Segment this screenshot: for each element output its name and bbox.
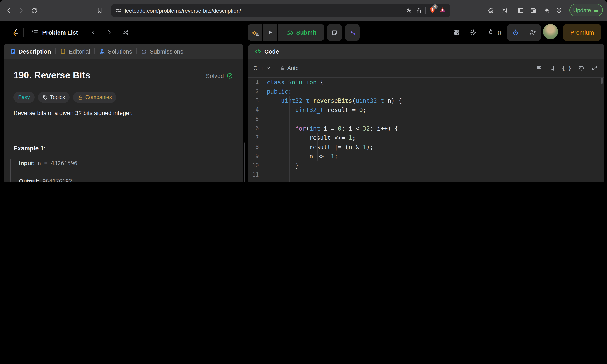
bookmark-code-icon[interactable] bbox=[549, 65, 555, 71]
difficulty-badge[interactable]: Easy bbox=[13, 92, 35, 103]
run-button[interactable] bbox=[263, 24, 277, 41]
submit-label: Submit bbox=[296, 29, 316, 36]
example1-heading: Example 1: bbox=[13, 145, 46, 152]
leetcode-nav: Problem List Submit bbox=[0, 21, 607, 44]
tab-editorial[interactable]: Editorial bbox=[60, 48, 90, 55]
wallet-icon[interactable] bbox=[530, 7, 537, 14]
layout-icon[interactable] bbox=[453, 29, 460, 36]
extensions-icon[interactable] bbox=[488, 7, 494, 14]
brave-shield-icon[interactable]: 4 bbox=[429, 6, 436, 15]
tab-solutions[interactable]: Solutions bbox=[99, 48, 132, 55]
code-line[interactable]: 7 result <<= 1; bbox=[248, 133, 605, 143]
update-label: Update bbox=[573, 7, 591, 13]
tab-description[interactable]: Description bbox=[10, 48, 51, 55]
auto-format-toggle[interactable]: Auto bbox=[280, 65, 299, 71]
code-line[interactable]: 3 uint32_t reverseBits(uint32_t n) { bbox=[248, 96, 605, 105]
code-panel-header: Code bbox=[248, 44, 605, 59]
url-bar[interactable]: leetcode.com/problems/reverse-bits/descr… bbox=[111, 4, 450, 17]
language-select[interactable]: C++ bbox=[253, 65, 270, 71]
cloud-upload-icon bbox=[286, 29, 293, 36]
divider bbox=[55, 49, 56, 54]
sidebar-toggle-icon[interactable] bbox=[517, 7, 524, 14]
fullscreen-icon[interactable] bbox=[591, 65, 598, 71]
lock-icon bbox=[78, 95, 83, 100]
settings-gear-icon[interactable] bbox=[470, 29, 477, 36]
indent-guide bbox=[289, 96, 290, 182]
vpn-shield-icon[interactable] bbox=[555, 7, 562, 14]
solved-check-icon bbox=[226, 72, 233, 79]
code-icon bbox=[255, 48, 261, 54]
person-add-icon bbox=[529, 29, 536, 36]
topics-tag[interactable]: Topics bbox=[38, 92, 70, 103]
reload-icon[interactable] bbox=[31, 7, 38, 14]
url-text[interactable]: leetcode.com/problems/reverse-bits/descr… bbox=[125, 7, 241, 14]
search-tabs-icon[interactable] bbox=[501, 7, 508, 14]
indent-guide bbox=[304, 105, 304, 182]
solved-status: Solved bbox=[206, 72, 233, 79]
collaborate-button[interactable] bbox=[524, 24, 541, 41]
code-line[interactable]: 5 bbox=[248, 115, 605, 124]
play-icon bbox=[267, 29, 273, 35]
shield-badge: 4 bbox=[433, 4, 437, 9]
problem-tabbar: Description Editorial Solutions Submissi… bbox=[4, 44, 243, 59]
problem-list-icon[interactable] bbox=[31, 29, 38, 36]
editor-scrollbar[interactable] bbox=[601, 78, 603, 84]
braces-icon[interactable]: { } bbox=[562, 65, 572, 71]
share-icon[interactable] bbox=[416, 7, 422, 14]
ai-assistant-button[interactable] bbox=[345, 24, 360, 41]
reset-code-icon[interactable] bbox=[578, 65, 585, 71]
code-line[interactable]: 11 bbox=[248, 170, 605, 180]
prev-problem-icon[interactable] bbox=[90, 29, 96, 35]
code-line[interactable]: 6 for(int i = 0; i < 32; i++) { bbox=[248, 124, 605, 133]
code-line[interactable]: 4 uint32_t result = 0; bbox=[248, 105, 605, 115]
code-line[interactable]: 8 result |= (n & 1); bbox=[248, 143, 605, 152]
code-line[interactable]: 2public: bbox=[248, 87, 605, 96]
editorial-icon bbox=[60, 48, 66, 54]
next-problem-icon[interactable] bbox=[106, 29, 113, 35]
submissions-history-icon bbox=[141, 48, 147, 54]
browser-toolbar: leetcode.com/problems/reverse-bits/descr… bbox=[0, 0, 607, 21]
problem-list-label[interactable]: Problem List bbox=[42, 29, 78, 36]
divider bbox=[136, 49, 137, 54]
sparkles-icon bbox=[349, 29, 356, 36]
indent-guide bbox=[317, 133, 318, 161]
format-lines-icon[interactable] bbox=[536, 65, 542, 71]
zoom-page-icon[interactable] bbox=[406, 7, 412, 14]
code-line[interactable]: 12 return result; bbox=[248, 180, 605, 182]
update-button[interactable]: Update bbox=[569, 4, 603, 16]
notes-button[interactable] bbox=[327, 24, 342, 41]
code-line[interactable]: 10 } bbox=[248, 161, 605, 170]
timer-button[interactable] bbox=[507, 24, 524, 41]
panel-resizer[interactable] bbox=[244, 143, 245, 182]
debug-button[interactable] bbox=[248, 24, 262, 41]
stopwatch-icon bbox=[512, 29, 519, 36]
submit-button[interactable]: Submit bbox=[278, 24, 324, 41]
companies-tag[interactable]: Companies bbox=[73, 92, 116, 103]
avatar[interactable] bbox=[543, 24, 558, 39]
site-settings-icon[interactable] bbox=[116, 8, 121, 13]
premium-button[interactable]: Premium bbox=[563, 24, 601, 41]
solved-label: Solved bbox=[206, 72, 224, 79]
forward-icon[interactable] bbox=[18, 7, 25, 14]
code-line[interactable]: 1class Solution { bbox=[248, 78, 605, 87]
code-line[interactable]: 9 n >>= 1; bbox=[248, 152, 605, 161]
lock-icon bbox=[280, 65, 285, 71]
tab-submissions[interactable]: Submissions bbox=[141, 48, 183, 55]
divider bbox=[23, 28, 24, 37]
debug-bug-icon bbox=[252, 29, 258, 36]
problem-panel: Description Editorial Solutions Submissi… bbox=[4, 44, 243, 182]
leo-ai-icon[interactable] bbox=[544, 7, 551, 14]
description-icon bbox=[10, 48, 16, 54]
problem-title: 190. Reverse Bits bbox=[13, 70, 90, 81]
problem-statement: Reverse bits of a given 32 bits signed i… bbox=[13, 110, 132, 116]
example1-block: Input:n = 43261596 Output:964176192 Expl… bbox=[10, 159, 238, 182]
code-editor[interactable]: 1class Solution {2public:3 uint32_t reve… bbox=[248, 78, 605, 182]
back-icon[interactable] bbox=[5, 7, 12, 14]
leetcode-logo-icon[interactable] bbox=[11, 27, 19, 39]
random-problem-icon[interactable] bbox=[122, 29, 129, 36]
premium-label: Premium bbox=[570, 29, 594, 36]
divider bbox=[511, 7, 511, 14]
streak-flame-icon[interactable] bbox=[487, 29, 494, 36]
brave-rewards-icon[interactable] bbox=[439, 6, 446, 15]
bookmark-icon[interactable] bbox=[96, 7, 103, 14]
